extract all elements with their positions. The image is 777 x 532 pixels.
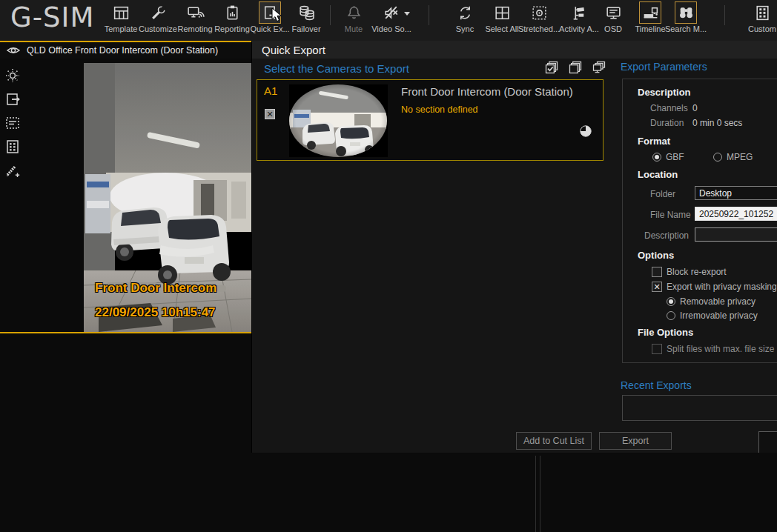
brightness-sun-icon[interactable] xyxy=(4,67,22,84)
camera-item-checkbox[interactable] xyxy=(265,109,275,119)
toolbar-button-timeline[interactable]: Timeline xyxy=(631,1,669,39)
description-input[interactable] xyxy=(695,227,777,242)
file-options-heading: File Options xyxy=(638,327,693,338)
export-frame-icon[interactable] xyxy=(4,90,22,108)
toolbar-button-reporting[interactable]: Reporting xyxy=(213,1,251,39)
camera-id-label: A1 xyxy=(264,84,277,97)
failover-db-icon xyxy=(295,1,317,24)
block-re-export-checkbox[interactable] xyxy=(652,267,662,277)
recent-exports-heading: Recent Exports xyxy=(621,379,692,391)
toolbar-button-sync[interactable]: Sync xyxy=(446,1,484,39)
toolbar-button-stretched[interactable]: Stretched... xyxy=(520,1,558,39)
options-heading: Options xyxy=(638,250,674,261)
export-parameters-heading: Export Parameters xyxy=(621,61,707,73)
format-heading: Format xyxy=(638,136,670,147)
privacy-masking-checkbox[interactable] xyxy=(652,282,662,292)
file-name-input[interactable] xyxy=(695,207,777,221)
toolbar-separator xyxy=(429,5,429,25)
format-gbf-radio[interactable] xyxy=(652,153,661,162)
file-name-label: File Name xyxy=(650,210,691,220)
camera-overlay-title: Front Door Intercom xyxy=(95,281,216,296)
irremovable-privacy-label: Irremovable privacy xyxy=(680,310,758,321)
section-select-icon[interactable] xyxy=(4,114,22,132)
removable-privacy-label: Removable privacy xyxy=(680,296,755,307)
camera-item-name: Front Door Intercom (Door Station) xyxy=(401,85,573,98)
partial-button[interactable] xyxy=(758,431,777,453)
camera-viewer-panel: QLD Office Front Door Intercom (Door Sta… xyxy=(0,41,251,532)
eye-icon[interactable] xyxy=(6,43,21,58)
toolbar-button-select-all[interactable]: Select All xyxy=(483,1,521,39)
wrench-icon xyxy=(147,1,169,24)
toolbar-button-mute[interactable]: Mute xyxy=(334,1,373,39)
fisheye-thumbnail-image xyxy=(289,84,388,157)
select-all-icon xyxy=(491,1,513,24)
split-files-checkbox[interactable] xyxy=(652,344,662,354)
template-grid-icon xyxy=(110,1,132,24)
remote-screen-icon xyxy=(184,1,206,24)
search-binoculars-icon xyxy=(675,1,697,24)
irremovable-privacy-radio[interactable] xyxy=(667,311,675,320)
toolbar-button-search-mode[interactable]: Search M... xyxy=(667,1,705,39)
add-to-cut-list-button[interactable]: Add to Cut List xyxy=(516,432,592,450)
toolbar-button-quick-export[interactable]: Quick Ex... xyxy=(251,1,289,39)
video-source-muted-icon xyxy=(380,1,403,24)
background-workspace xyxy=(251,453,777,532)
toolbar-button-failover[interactable]: Failover xyxy=(287,1,325,39)
camera-item-section: No section defined xyxy=(401,104,478,115)
g-sim-window: G-SIM Template Customize Remoting Report… xyxy=(0,0,777,532)
sync-icon xyxy=(454,1,476,24)
dialog-titlebar: Quick Export xyxy=(252,41,777,59)
camera-live-view[interactable]: Front Door Intercom 22/09/2025 10h15:47 xyxy=(84,63,251,332)
folder-label: Folder xyxy=(650,189,675,199)
privacy-masking-label: Export with privacy masking xyxy=(667,282,777,292)
workspace-divider-line xyxy=(540,456,540,532)
custom-grid-icon xyxy=(751,1,773,24)
camera-list-toolbar xyxy=(544,60,606,75)
pie-progress-icon xyxy=(579,124,592,138)
quick-export-dialog: Quick Export Select the Cameras to Expor… xyxy=(251,41,777,453)
stretched-icon xyxy=(528,1,550,24)
select-all-cameras-icon[interactable] xyxy=(544,60,559,75)
deselect-cameras-icon[interactable] xyxy=(568,60,583,75)
main-toolbar: G-SIM Template Customize Remoting Report… xyxy=(0,0,777,41)
report-clipboard-icon xyxy=(221,1,243,24)
format-mpeg-radio[interactable] xyxy=(713,153,722,162)
mute-bell-icon xyxy=(343,1,365,24)
dialog-title: Quick Export xyxy=(262,44,325,56)
channels-label: Channels xyxy=(650,103,688,113)
recent-exports-list[interactable] xyxy=(622,395,777,421)
export-parameters-group: Description Channels 0 Duration 0 min 0 … xyxy=(622,79,777,363)
channels-value: 0 xyxy=(692,103,698,113)
location-heading: Location xyxy=(638,169,678,180)
toolbar-button-template[interactable]: Template xyxy=(102,1,140,39)
removable-privacy-radio[interactable] xyxy=(667,297,675,306)
folder-input[interactable] xyxy=(695,186,777,200)
toolbar-separator xyxy=(330,5,331,25)
description-heading: Description xyxy=(638,87,691,98)
toolbar-button-osd[interactable]: OSD xyxy=(594,1,632,39)
camera-overlay-timestamp: 22/09/2025 10h15:47 xyxy=(95,305,216,320)
duration-value: 0 min 0 secs xyxy=(692,118,742,128)
timeline-icon xyxy=(639,1,661,24)
cursor-arrow xyxy=(271,7,283,24)
split-files-label: Split files with max. file size xyxy=(667,344,774,354)
export-button[interactable]: Export xyxy=(599,432,672,450)
camera-list-item[interactable]: A1 xyxy=(257,79,604,161)
osd-monitor-icon xyxy=(602,1,624,24)
description-label: Description xyxy=(644,230,689,241)
annotate-pen-add-icon[interactable] xyxy=(4,162,22,179)
activity-camera-icon xyxy=(568,1,590,24)
camera-thumbnail xyxy=(289,84,388,157)
chevron-down-icon[interactable] xyxy=(404,12,410,16)
workspace-divider-line xyxy=(535,456,536,532)
toolbar-button-video-source[interactable]: Video So... xyxy=(369,1,414,39)
send-to-monitor-icon[interactable] xyxy=(592,60,606,75)
format-gbf-label: GBF xyxy=(666,152,684,162)
toolbar-button-customize[interactable]: Customize xyxy=(139,1,177,39)
toolbar-button-custom[interactable]: Custom xyxy=(743,1,777,39)
keypad-grid-icon[interactable] xyxy=(4,138,22,156)
cameras-section-heading: Select the Cameras to Export xyxy=(264,62,409,75)
toolbar-separator xyxy=(724,5,725,25)
format-mpeg-label: MPEG xyxy=(727,152,753,162)
toolbar-button-remoting[interactable]: Remoting xyxy=(176,1,214,39)
